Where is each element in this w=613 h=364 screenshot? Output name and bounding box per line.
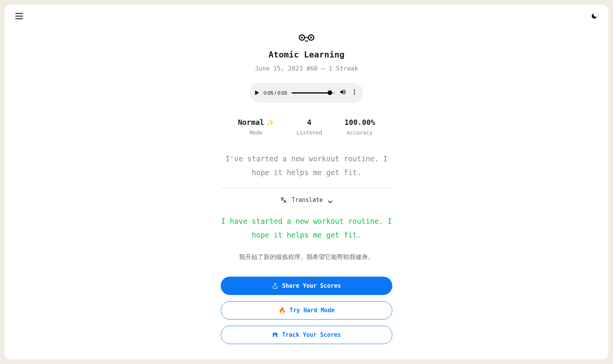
app-title: Atomic Learning <box>269 50 345 59</box>
main-content: Atomic Learning June 15, 2023 #60 — 1 St… <box>5 5 608 344</box>
audio-time: 0:05 / 0:05 <box>264 90 287 96</box>
svg-point-3 <box>310 37 312 39</box>
listened-value: 4 <box>307 118 311 126</box>
volume-icon[interactable] <box>339 89 346 97</box>
try-hard-mode-button[interactable]: 🔥 Try Hard Mode <box>221 301 392 320</box>
play-icon[interactable] <box>255 90 259 95</box>
original-sentence: I've started a new workout routine. I ho… <box>220 152 393 179</box>
svg-point-4 <box>354 89 355 90</box>
app-logo-icon <box>298 34 315 44</box>
dark-mode-toggle[interactable] <box>591 13 598 20</box>
track-scores-button[interactable]: Track Your Scores <box>221 326 392 344</box>
stats-row: Normal ✨ Mode 4 Listened 100.00% Accurac… <box>238 118 375 136</box>
translated-sentence: 我开始了新的锻炼程序。我希望它能帮助我健身。 <box>239 253 374 261</box>
mode-label: Mode <box>249 130 262 136</box>
accuracy-value: 100.00% <box>344 118 375 126</box>
listened-label: Listened <box>297 130 322 136</box>
highlighted-sentence: I have started a new workout routine. I … <box>220 214 393 242</box>
stat-listened: 4 Listened <box>297 118 322 136</box>
audio-progress-bar[interactable] <box>292 92 335 93</box>
translate-icon <box>280 197 287 203</box>
share-icon <box>272 283 278 289</box>
main-window: Atomic Learning June 15, 2023 #60 — 1 St… <box>5 5 608 359</box>
svg-point-1 <box>301 37 303 39</box>
track-label: Track Your Scores <box>282 331 341 338</box>
audio-player[interactable]: 0:05 / 0:05 <box>250 83 363 103</box>
hamburger-menu-icon[interactable] <box>15 13 23 19</box>
translate-dropdown[interactable]: Translate <box>280 197 333 203</box>
chevron-down-icon <box>328 198 333 202</box>
fire-icon: 🔥 <box>279 307 286 314</box>
divider <box>221 188 392 188</box>
hardmode-label: Try Hard Mode <box>290 307 334 314</box>
button-column: Share Your Scores 🔥 Try Hard Mode Track … <box>221 277 392 344</box>
stat-mode: Normal ✨ Mode <box>238 118 274 136</box>
more-options-icon[interactable] <box>351 89 358 97</box>
subtitle: June 15, 2023 #60 — 1 Streak <box>255 65 358 72</box>
top-bar <box>5 5 608 28</box>
save-icon <box>272 332 278 338</box>
accuracy-label: Accuracy <box>347 130 372 136</box>
svg-point-6 <box>354 93 355 95</box>
share-scores-button[interactable]: Share Your Scores <box>221 277 392 295</box>
sparkle-icon: ✨ <box>267 119 274 126</box>
share-label: Share Your Scores <box>282 282 341 289</box>
translate-label: Translate <box>292 197 323 203</box>
mode-value: Normal <box>238 118 264 126</box>
svg-point-5 <box>354 92 355 93</box>
stat-accuracy: 100.00% Accuracy <box>344 118 375 136</box>
